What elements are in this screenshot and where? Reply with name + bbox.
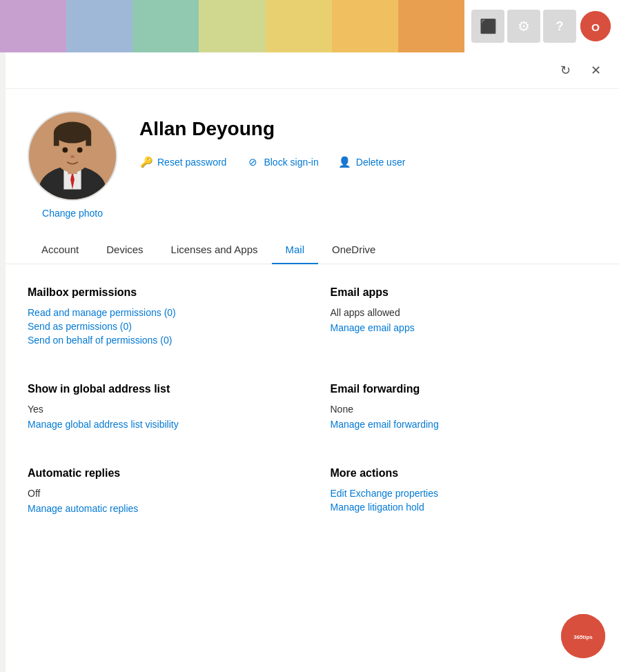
profile-section: Change photo Allan Deyoung 🔑 Reset passw…: [0, 89, 619, 235]
tabs-container: Account Devices Licenses and Apps Mail O…: [0, 235, 619, 264]
profile-info: Allan Deyoung 🔑 Reset password ⊘ Block s…: [139, 111, 591, 172]
avatar-image: [29, 112, 116, 199]
color-6: [332, 0, 398, 52]
email-apps-section: Email apps All apps allowed Manage email…: [331, 286, 592, 348]
manage-litigation-hold-link[interactable]: Manage litigation hold: [331, 502, 592, 513]
email-apps-title: Email apps: [331, 286, 592, 299]
change-photo-link[interactable]: Change photo: [42, 208, 103, 219]
settings-icon-button[interactable]: ⚙: [507, 10, 540, 43]
terminal-icon: ⬛: [480, 18, 497, 34]
color-3: [132, 0, 199, 52]
manage-automatic-replies-link[interactable]: Manage automatic replies: [28, 503, 289, 514]
svg-text:O: O: [591, 21, 600, 33]
automatic-replies-section: Automatic replies Off Manage automatic r…: [28, 467, 289, 517]
automatic-replies-title: Automatic replies: [28, 467, 289, 480]
manage-email-forwarding-link[interactable]: Manage email forwarding: [331, 419, 592, 430]
svg-text:365tips: 365tips: [573, 634, 593, 640]
global-address-section: Show in global address list Yes Manage g…: [28, 383, 289, 433]
person-delete-icon: 👤: [338, 155, 352, 169]
block-signin-button[interactable]: ⊘ Block sign-in: [246, 152, 318, 172]
content-grid: Mailbox permissions Read and manage perm…: [28, 286, 591, 524]
svg-point-8: [54, 122, 91, 144]
email-apps-value: All apps allowed: [331, 307, 592, 318]
svg-rect-9: [54, 132, 59, 146]
tab-mail[interactable]: Mail: [272, 235, 319, 264]
avatar: [28, 111, 117, 201]
send-as-permissions-link[interactable]: Send as permissions (0): [28, 321, 289, 332]
top-icons: ⬛ ⚙ ? O: [464, 0, 619, 52]
more-actions-title: More actions: [331, 467, 592, 480]
global-address-title: Show in global address list: [28, 383, 289, 395]
svg-point-11: [62, 147, 68, 152]
read-manage-permissions-link[interactable]: Read and manage permissions (0): [28, 307, 289, 318]
mailbox-permissions-title: Mailbox permissions: [28, 286, 289, 299]
delete-user-button[interactable]: 👤 Delete user: [338, 152, 406, 172]
bottom-365tips-logo[interactable]: 365tips: [561, 614, 605, 658]
svg-point-13: [70, 155, 75, 158]
svg-point-12: [77, 147, 83, 152]
question-icon: ?: [556, 19, 564, 34]
color-4: [199, 0, 265, 52]
left-edge-bar: [0, 52, 6, 672]
email-forwarding-title: Email forwarding: [331, 383, 592, 395]
refresh-icon: ↻: [560, 63, 571, 78]
email-forwarding-value: None: [331, 404, 592, 415]
reset-password-button[interactable]: 🔑 Reset password: [139, 152, 226, 172]
office-logo-icon: O: [580, 11, 611, 41]
send-on-behalf-permissions-link[interactable]: Send on behalf of permissions (0): [28, 335, 289, 346]
profile-actions: 🔑 Reset password ⊘ Block sign-in 👤 Delet…: [139, 152, 591, 172]
close-button[interactable]: ✕: [583, 58, 608, 83]
terminal-icon-button[interactable]: ⬛: [471, 10, 504, 43]
key-icon: 🔑: [139, 155, 153, 169]
edit-exchange-properties-link[interactable]: Edit Exchange properties: [331, 488, 592, 499]
mailbox-permissions-section: Mailbox permissions Read and manage perm…: [28, 286, 289, 348]
top-bar: ⬛ ⚙ ? O: [0, 0, 619, 52]
color-strip: [0, 0, 464, 52]
refresh-button[interactable]: ↻: [553, 58, 578, 83]
user-avatar-button[interactable]: O: [579, 10, 612, 43]
color-5: [266, 0, 332, 52]
color-1: [0, 0, 66, 52]
block-icon: ⊘: [246, 155, 259, 169]
sub-header: ↻ ✕: [0, 52, 619, 89]
tab-account[interactable]: Account: [28, 235, 92, 264]
tab-devices[interactable]: Devices: [92, 235, 157, 264]
more-actions-section: More actions Edit Exchange properties Ma…: [331, 467, 592, 517]
office365-logo-icon: 365tips: [561, 614, 605, 658]
global-address-value: Yes: [28, 404, 289, 415]
profile-name: Allan Deyoung: [139, 118, 591, 140]
email-forwarding-section: Email forwarding None Manage email forwa…: [331, 383, 592, 433]
color-2: [66, 0, 132, 52]
avatar-container: Change photo: [28, 111, 117, 219]
color-7: [398, 0, 464, 52]
help-icon-button[interactable]: ?: [543, 10, 576, 43]
gear-icon: ⚙: [518, 18, 530, 34]
svg-rect-10: [86, 132, 91, 146]
tab-licenses-and-apps[interactable]: Licenses and Apps: [157, 235, 272, 264]
automatic-replies-value: Off: [28, 488, 289, 499]
manage-global-address-link[interactable]: Manage global address list visibility: [28, 419, 289, 430]
close-icon: ✕: [591, 63, 601, 78]
tab-onedrive[interactable]: OneDrive: [318, 235, 389, 264]
manage-email-apps-link[interactable]: Manage email apps: [331, 322, 592, 333]
main-content: Mailbox permissions Read and manage perm…: [0, 264, 619, 546]
